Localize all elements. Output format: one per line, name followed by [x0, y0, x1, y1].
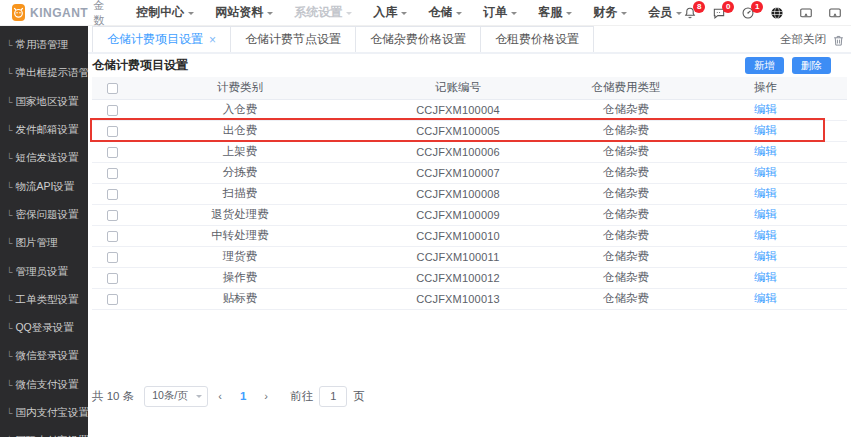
- total-count-label: 共 10 条: [92, 389, 134, 404]
- tree-branch-icon: └: [6, 351, 12, 361]
- sidebar-item-label: 密保问题设置: [15, 208, 78, 222]
- sidebar-item-sms-sending[interactable]: └短信发送设置: [0, 144, 88, 172]
- tab-billing-nodes[interactable]: 仓储计费节点设置: [230, 26, 356, 52]
- column-header-actions: 操作: [684, 77, 847, 99]
- sidebar-item-admin-settings[interactable]: └管理员设置: [0, 257, 88, 285]
- sidebar-item-image-management[interactable]: └图片管理: [0, 229, 88, 257]
- sidebar-item-domestic-alipay[interactable]: └国内支付宝设置: [0, 399, 88, 427]
- sidebar-item-country-region[interactable]: └国家地区设置: [0, 88, 88, 116]
- messages-chat-icon[interactable]: 0: [711, 5, 727, 21]
- sidebar-item-qq-login[interactable]: └QQ登录设置: [0, 314, 88, 342]
- cell-fee-type: 仓储杂费: [568, 288, 684, 309]
- monitor-icon-2[interactable]: [827, 5, 843, 21]
- sidebar-item-ticket-type[interactable]: └工单类型设置: [0, 286, 88, 314]
- row-checkbox[interactable]: [107, 210, 118, 221]
- edit-link[interactable]: 编辑: [754, 103, 777, 115]
- sidebar-item-international-alipay[interactable]: └国际支付宝设置: [0, 427, 88, 437]
- row-checkbox[interactable]: [107, 126, 118, 137]
- tab-label: 仓储计费节点设置: [245, 31, 341, 48]
- prev-page-button[interactable]: ‹: [208, 390, 232, 402]
- nav-item-finance[interactable]: 财务: [593, 4, 627, 21]
- next-page-button[interactable]: ›: [254, 390, 278, 402]
- edit-link[interactable]: 编辑: [754, 208, 777, 220]
- chevron-down-icon: [621, 12, 627, 18]
- cell-fee-type: 仓储杂费: [568, 183, 684, 204]
- sidebar-item-wechat-login[interactable]: └微信登录设置: [0, 342, 88, 370]
- table-row: 分拣费 CCJFXM100007 仓储杂费 编辑: [92, 162, 847, 183]
- nav-label: 网站资料: [215, 4, 263, 21]
- edit-link[interactable]: 编辑: [754, 271, 777, 283]
- edit-link[interactable]: 编辑: [754, 187, 777, 199]
- cell-category: 入仓费: [132, 99, 348, 120]
- sidebar-item-label: 常用语管理: [15, 38, 68, 52]
- current-page-button[interactable]: 1: [232, 390, 254, 402]
- nav-item-control-center[interactable]: 控制中心: [136, 4, 194, 21]
- close-all-tabs-button[interactable]: 全部关闭: [780, 32, 826, 47]
- nav-item-system-settings[interactable]: 系统设置: [294, 4, 352, 21]
- top-nav: 控制中心 网站资料 系统设置 入库 仓储 订单 客服 财务 会员: [136, 4, 682, 21]
- content-panel: 仓储计费项目设置 新增 删除 计费类别 记账编号 仓储费用类型 操作: [88, 54, 851, 407]
- row-checkbox[interactable]: [107, 252, 118, 263]
- tree-branch-icon: └: [6, 210, 12, 220]
- add-button[interactable]: 新增: [745, 57, 784, 74]
- sidebar: └常用语管理 └弹出框提示语管理 └国家地区设置 └发件邮箱设置 └短信发送设置…: [0, 26, 88, 437]
- cell-code: CCJFXM100006: [348, 141, 568, 162]
- row-checkbox[interactable]: [107, 147, 118, 158]
- tab-rent-fee-prices[interactable]: 仓租费价格设置: [480, 26, 594, 52]
- nav-label: 客服: [538, 4, 562, 21]
- monitor-icon[interactable]: [798, 5, 814, 21]
- cell-fee-type: 仓储杂费: [568, 267, 684, 288]
- nav-label: 控制中心: [136, 4, 184, 21]
- cell-fee-type: 仓储杂费: [568, 120, 684, 141]
- nav-item-customer-service[interactable]: 客服: [538, 4, 572, 21]
- brand[interactable]: KINGANT 金数: [12, 0, 108, 28]
- table-row: 理货费 CCJFXM100011 仓储杂费 编辑: [92, 246, 847, 267]
- nav-item-inbound[interactable]: 入库: [373, 4, 407, 21]
- cell-code: CCJFXM100005: [348, 120, 568, 141]
- page-size-select[interactable]: 10条/页: [144, 386, 208, 407]
- globe-icon[interactable]: [769, 5, 785, 21]
- row-checkbox[interactable]: [107, 273, 118, 284]
- tab-billing-items[interactable]: 仓储计费项目设置 ×: [92, 26, 231, 52]
- nav-item-site-data[interactable]: 网站资料: [215, 4, 273, 21]
- tab-misc-fee-prices[interactable]: 仓储杂费价格设置: [355, 26, 481, 52]
- dashboard-gauge-icon[interactable]: 1: [740, 5, 756, 21]
- bell-badge: 8: [693, 1, 705, 13]
- select-all-checkbox[interactable]: [107, 83, 118, 94]
- sidebar-item-sender-email[interactable]: └发件邮箱设置: [0, 116, 88, 144]
- sidebar-item-label: 发件邮箱设置: [15, 123, 78, 137]
- table-row: 退货处理费 CCJFXM100009 仓储杂费 编辑: [92, 204, 847, 225]
- row-checkbox[interactable]: [107, 231, 118, 242]
- sidebar-item-popup-prompts[interactable]: └弹出框提示语管理: [0, 59, 88, 87]
- row-checkbox[interactable]: [107, 168, 118, 179]
- cell-category: 中转处理费: [132, 225, 348, 246]
- delete-button[interactable]: 删除: [792, 57, 831, 74]
- sidebar-item-common-phrases[interactable]: └常用语管理: [0, 31, 88, 59]
- nav-item-orders[interactable]: 订单: [483, 4, 517, 21]
- trash-icon[interactable]: [832, 33, 845, 46]
- sidebar-item-security-question[interactable]: └密保问题设置: [0, 201, 88, 229]
- page-size-value: 10条/页: [152, 389, 188, 403]
- goto-page-input[interactable]: [319, 386, 347, 407]
- edit-link[interactable]: 编辑: [754, 292, 777, 304]
- nav-item-warehouse[interactable]: 仓储: [428, 4, 462, 21]
- edit-link[interactable]: 编辑: [754, 229, 777, 241]
- edit-link[interactable]: 编辑: [754, 124, 777, 136]
- page-unit-label: 页: [353, 389, 365, 404]
- row-checkbox[interactable]: [107, 294, 118, 305]
- sidebar-item-label: 国内支付宝设置: [15, 406, 88, 420]
- sidebar-item-label: 国家地区设置: [15, 95, 78, 109]
- sidebar-item-label: 图片管理: [15, 236, 57, 250]
- notification-bell-icon[interactable]: 8: [682, 5, 698, 21]
- sidebar-item-logistics-api[interactable]: └物流API设置: [0, 172, 88, 200]
- cell-code: CCJFXM100010: [348, 225, 568, 246]
- edit-link[interactable]: 编辑: [754, 250, 777, 262]
- nav-item-membership[interactable]: 会员: [648, 4, 682, 21]
- close-tab-icon[interactable]: ×: [209, 35, 216, 45]
- sidebar-item-wechat-pay[interactable]: └微信支付设置: [0, 371, 88, 399]
- edit-link[interactable]: 编辑: [754, 166, 777, 178]
- row-checkbox[interactable]: [107, 189, 118, 200]
- edit-link[interactable]: 编辑: [754, 145, 777, 157]
- row-checkbox[interactable]: [107, 105, 118, 116]
- cell-fee-type: 仓储杂费: [568, 246, 684, 267]
